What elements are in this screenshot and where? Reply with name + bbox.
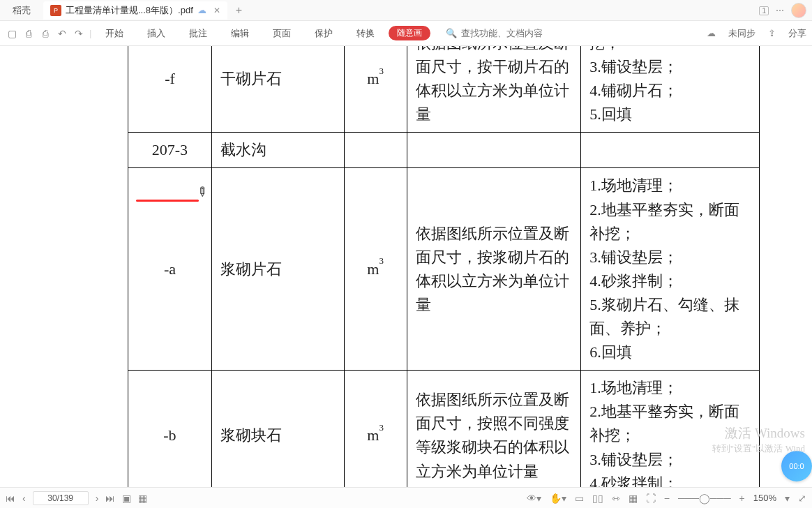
nav-prev-icon[interactable]: ‹ [22,493,26,504]
view-mode-icon[interactable]: 👁▾ [527,493,541,504]
share-label[interactable]: 分享 [788,27,806,40]
cell-calc: 依据图纸所示位置及断面尺寸，按照不同强度等级浆砌块石的体积以立方米为单位计量 [407,371,581,487]
document-viewport[interactable]: -f 干砌片石 m3 依据图纸所示位置及断面尺寸，按干砌片石的体积以立方米为单位… [0,46,812,487]
cell-proc: 1.场地清理； 2.地基平整夯实，断面补挖； 3.铺设垫层； 4.砂浆拌制； [581,371,760,487]
cell-unit: m3 [344,371,407,487]
cell-proc: 挖； 3.铺设垫层； 4.铺砌片石； 5.回填 [581,46,760,133]
tab-document-label: 工程量清单计量规...8年版）.pdf [66,4,193,17]
cell-calc: 依据图纸所示位置及断面尺寸，按浆砌片石的体积以立方米为单位计量 [407,168,581,371]
menu-annot[interactable]: 批注 [179,27,217,40]
layout-a-icon[interactable]: ▣ [122,493,131,504]
zoom-out-icon[interactable]: − [664,493,670,504]
tab-home[interactable]: 稻壳 [0,0,43,20]
zoom-slider[interactable]: ───◯─── [678,493,731,504]
window-controls: 1 ⋯ [759,0,806,21]
layout-1-icon[interactable]: ▭ [575,493,584,504]
layout-2-icon[interactable]: ▯▯ [592,493,603,504]
tab-document[interactable]: P 工程量清单计量规...8年版）.pdf ☁ ✕ [43,1,227,20]
menu-page[interactable]: 页面 [263,27,301,40]
cell-calc [407,133,581,168]
nav-first-icon[interactable]: ⏮ [6,493,15,504]
more-icon[interactable]: ⋯ [776,6,784,15]
cell-unit: m3 [344,46,407,133]
print-icon[interactable]: ⎙ [39,28,52,39]
cell-name: 浆砌块石 [211,371,344,487]
page-input[interactable] [33,491,89,505]
cloud-sync-icon[interactable]: ☁ [707,28,716,38]
status-left: ⏮ ‹ › ⏭ ▣ ▦ [6,491,147,505]
cell-name: 干砌片石 [211,46,344,133]
expand-icon[interactable]: ⤢ [798,493,806,504]
search-icon: 🔍 [446,28,457,38]
pdf-icon: P [50,5,61,16]
spec-table: -f 干砌片石 m3 依据图纸所示位置及断面尺寸，按干砌片石的体积以立方米为单位… [128,46,760,487]
table-row: 207-3 截水沟 [128,133,760,168]
menu-insert[interactable]: 插入 [137,27,175,40]
cell-unit [344,133,407,168]
cell-unit: m3 [344,168,407,371]
zoom-in-icon[interactable]: + [739,493,745,504]
cell-proc [581,133,760,168]
menu-start[interactable]: 开始 [96,27,133,40]
folder-icon[interactable]: ▢ [6,28,18,39]
cell-code: -f [128,46,212,133]
undo-icon[interactable]: ↶ [56,28,68,39]
avatar[interactable] [791,3,806,18]
tab-close-icon[interactable]: ✕ [213,6,220,15]
cell-code: -b [128,371,212,487]
save-icon[interactable]: ⎙ [22,28,35,39]
tab-home-label: 稻壳 [13,4,31,17]
share-icon[interactable]: ⇪ [768,28,776,38]
menu-edit[interactable]: 编辑 [221,27,259,40]
table-row: -a 浆砌片石 m3 依据图纸所示位置及断面尺寸，按浆砌片石的体积以立方米为单位… [128,168,760,371]
document-canvas: -f 干砌片石 m3 依据图纸所示位置及断面尺寸，按干砌片石的体积以立方米为单位… [0,46,812,487]
toolbar: ▢ ⎙ ⎙ ↶ ↷ | 开始 插入 批注 编辑 页面 保护 转换 随意画 🔍 ☁… [0,21,812,46]
tab-add-button[interactable]: + [236,4,242,17]
title-bar: 稻壳 P 工程量清单计量规...8年版）.pdf ☁ ✕ + 1 ⋯ [0,0,812,21]
cloud-icon[interactable]: ☁ [197,5,206,15]
menu-freedraw[interactable]: 随意画 [389,26,430,40]
table-row: -b 浆砌块石 m3 依据图纸所示位置及断面尺寸，按照不同强度等级浆砌块石的体积… [128,371,760,487]
hand-tool-icon[interactable]: ✋▾ [550,493,566,504]
thumbnails-icon[interactable]: ▦ [629,493,638,504]
zoom-dropdown-icon[interactable]: ▾ [785,493,790,504]
window-badge[interactable]: 1 [759,6,769,15]
red-annotation [136,200,199,202]
status-right: 👁▾ ✋▾ ▭ ▯▯ ⇿ ▦ ⛶ − ───◯─── + 150% ▾ ⤢ [527,493,806,504]
recording-bubble[interactable]: 00:0 [781,451,812,481]
fullscreen-icon[interactable]: ⛶ [646,493,656,504]
search-box[interactable]: 🔍 [435,28,702,38]
redo-icon[interactable]: ↷ [73,28,85,39]
cell-calc: 依据图纸所示位置及断面尺寸，按干砌片石的体积以立方米为单位计量 [407,46,581,133]
menu-convert[interactable]: 转换 [347,27,384,40]
table-row: -f 干砌片石 m3 依据图纸所示位置及断面尺寸，按干砌片石的体积以立方米为单位… [128,46,760,133]
cell-proc: 1.场地清理； 2.地基平整夯实，断面补挖； 3.铺设垫层； 4.砂浆拌制； 5… [581,168,760,371]
search-input[interactable] [461,28,601,38]
unsync-label[interactable]: 未同步 [728,27,755,40]
zoom-value[interactable]: 150% [753,493,776,503]
cell-name: 浆砌片石 [211,168,344,371]
layout-b-icon[interactable]: ▦ [138,493,147,504]
menu-protect[interactable]: 保护 [305,27,343,40]
toolbar-right: ☁ 未同步 ⇪ 分享 [707,27,806,40]
cell-name: 截水沟 [211,133,344,168]
cell-code: 207-3 [128,133,212,168]
fit-width-icon[interactable]: ⇿ [612,493,620,504]
nav-next-icon[interactable]: › [96,493,99,504]
nav-last-icon[interactable]: ⏭ [105,493,115,504]
status-bar: ⏮ ‹ › ⏭ ▣ ▦ 👁▾ ✋▾ ▭ ▯▯ ⇿ ▦ ⛶ − ───◯─── +… [0,487,812,508]
